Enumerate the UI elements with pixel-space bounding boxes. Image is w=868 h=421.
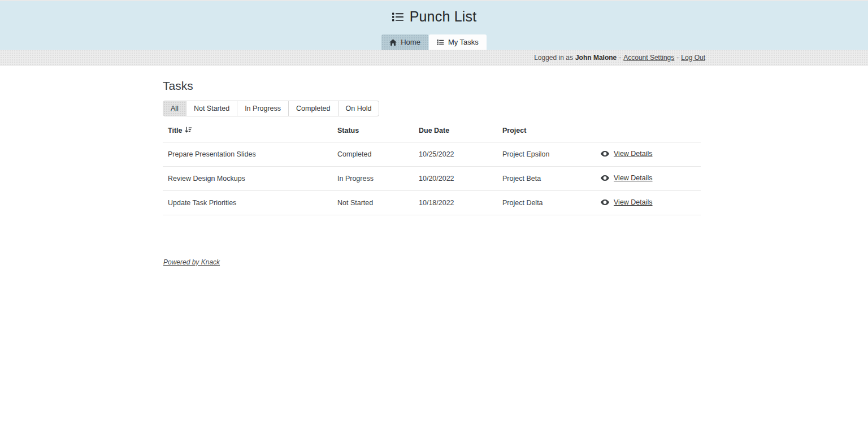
filter-in-progress[interactable]: In Progress <box>237 101 289 116</box>
cell-status: In Progress <box>332 167 414 191</box>
page-menu: Home My Tasks <box>0 34 868 50</box>
table-row: Review Design Mockups In Progress 10/20/… <box>163 167 701 191</box>
cell-status: Not Started <box>332 191 414 215</box>
column-header-due-date[interactable]: Due Date <box>414 121 497 142</box>
logged-in-prefix: Logged in as <box>534 54 573 62</box>
column-header-actions <box>596 121 701 142</box>
column-header-status[interactable]: Status <box>332 121 414 142</box>
powered-by-knack-link[interactable]: Powered by Knack <box>163 258 220 266</box>
view-details-link[interactable]: View Details <box>614 174 653 182</box>
logged-in-user: John Malone <box>575 54 617 62</box>
cell-project: Project Epsilon <box>497 142 596 167</box>
cell-due-date: 10/20/2022 <box>414 167 497 191</box>
view-details-link[interactable]: View Details <box>614 198 653 206</box>
log-out-link[interactable]: Log Out <box>681 54 705 62</box>
filter-all[interactable]: All <box>163 101 186 116</box>
tab-my-tasks[interactable]: My Tasks <box>429 34 487 50</box>
cell-due-date: 10/18/2022 <box>414 191 497 215</box>
cell-title: Update Task Priorities <box>163 191 332 215</box>
eye-icon <box>601 175 609 181</box>
page: Punch List Home My Ta <box>0 0 868 421</box>
column-header-title[interactable]: Title <box>163 121 332 142</box>
cell-due-date: 10/25/2022 <box>414 142 497 167</box>
tab-my-tasks-label: My Tasks <box>448 38 479 46</box>
separator: - <box>619 54 621 62</box>
tab-home-label: Home <box>401 38 420 46</box>
cell-title: Prepare Presentation Slides <box>163 142 332 167</box>
filter-completed[interactable]: Completed <box>289 101 338 116</box>
table-row: Prepare Presentation Slides Completed 10… <box>163 142 701 167</box>
column-header-project[interactable]: Project <box>497 121 596 142</box>
app-title-text: Punch List <box>410 8 477 25</box>
filter-on-hold[interactable]: On Hold <box>338 101 380 116</box>
list-icon <box>437 38 444 46</box>
view-heading: Tasks <box>163 79 705 93</box>
tab-home[interactable]: Home <box>381 34 428 50</box>
list-icon <box>392 11 404 23</box>
sort-ascending-icon <box>185 126 192 135</box>
table-row: Update Task Priorities Not Started 10/18… <box>163 191 701 215</box>
cell-project: Project Beta <box>497 167 596 191</box>
main-content: Tasks All Not Started In Progress Comple… <box>163 66 705 267</box>
cell-project: Project Delta <box>497 191 596 215</box>
cell-status: Completed <box>332 142 414 167</box>
view-details-link[interactable]: View Details <box>614 150 653 158</box>
account-bar: Logged in as John Malone - Account Setti… <box>0 50 868 66</box>
home-icon <box>389 39 397 46</box>
account-settings-link[interactable]: Account Settings <box>623 54 674 62</box>
cell-title: Review Design Mockups <box>163 167 332 191</box>
filter-not-started[interactable]: Not Started <box>186 101 237 116</box>
eye-icon <box>601 199 609 205</box>
tasks-table: Title Status Due Date Project <box>163 121 701 215</box>
eye-icon <box>601 151 609 157</box>
page-title: Punch List <box>0 8 868 25</box>
separator: - <box>676 54 679 62</box>
status-filter-group: All Not Started In Progress Completed On… <box>163 101 705 116</box>
table-header-row: Title Status Due Date Project <box>163 121 701 142</box>
app-header: Punch List Home My Ta <box>0 0 868 50</box>
